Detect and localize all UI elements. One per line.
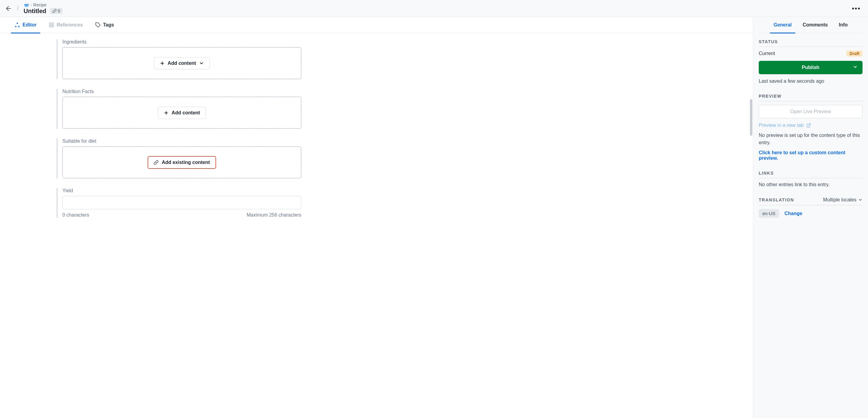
yield-input[interactable] — [62, 196, 301, 209]
side-tab-info[interactable]: Info — [839, 17, 847, 33]
preview-heading: PREVIEW — [759, 94, 863, 101]
max-chars: Maximum 256 characters — [247, 212, 301, 218]
field-label-diet: Suitable for diet — [62, 138, 301, 144]
link-icon — [154, 160, 159, 165]
sidebar-tabs: General Comments Info — [759, 17, 863, 33]
field-ingredients: Ingredients Add content — [57, 39, 301, 79]
hierarchy-icon — [14, 22, 20, 28]
link-icon — [52, 9, 57, 13]
field-nutrition: Nutrition Facts Add content — [57, 89, 301, 129]
yield-helper: 0 characters Maximum 256 characters — [62, 212, 301, 218]
chevron-down-icon — [199, 61, 204, 66]
add-content-button-nutrition[interactable]: Add content — [158, 107, 206, 119]
tab-tags-label: Tags — [103, 22, 114, 28]
side-tab-general[interactable]: General — [774, 17, 792, 33]
tab-editor[interactable]: Editor — [14, 17, 36, 33]
svg-point-3 — [18, 26, 20, 27]
add-content-button-ingredients[interactable]: Add content — [154, 57, 210, 69]
change-locale-link[interactable]: Change — [785, 211, 803, 216]
svg-point-1 — [17, 23, 18, 24]
publish-button[interactable]: Publish — [759, 61, 863, 74]
main-tabs: Editor References Tags — [0, 17, 753, 33]
svg-rect-4 — [49, 23, 51, 24]
field-label-yield: Yield — [62, 188, 301, 193]
translation-mode-toggle[interactable]: Multiple locales — [823, 197, 863, 203]
status-heading: STATUS — [759, 39, 863, 47]
breadcrumb: 🥣 - Recipe — [24, 2, 63, 7]
tab-references[interactable]: References — [49, 17, 83, 33]
status-current-label: Current — [759, 51, 775, 56]
side-tab-comments[interactable]: Comments — [803, 17, 828, 33]
preview-note: No preview is set up for the content typ… — [759, 132, 863, 146]
ingredients-dropzone: Add content — [62, 47, 301, 79]
section-status: STATUS Current Draft Publish Last saved … — [759, 33, 863, 88]
content-row: Editor References Tags Ingredients Add c… — [0, 17, 868, 418]
chevron-down-icon — [853, 64, 858, 71]
add-content-label: Add content — [168, 61, 196, 66]
locale-row: en-US Change — [759, 209, 863, 218]
title-line: Untitled 0 — [24, 8, 63, 14]
last-saved-text: Last saved a few seconds ago — [759, 78, 863, 84]
section-preview: PREVIEW Open Live Preview Preview in a n… — [759, 88, 863, 165]
svg-point-2 — [15, 26, 17, 27]
tab-references-label: References — [57, 22, 83, 28]
translation-header: TRANSLATION Multiple locales — [759, 197, 863, 205]
breadcrumb-separator: / — [17, 5, 19, 12]
status-badge: Draft — [846, 51, 863, 57]
tab-tags[interactable]: Tags — [95, 17, 114, 33]
sidebar: General Comments Info STATUS Current Dra… — [753, 17, 868, 418]
translation-mode-label: Multiple locales — [823, 197, 857, 203]
links-heading: LINKS — [759, 171, 863, 178]
diet-dropzone: Add existing content — [62, 146, 301, 178]
page-title: Untitled — [24, 8, 46, 14]
svg-line-13 — [808, 124, 810, 126]
references-icon — [49, 22, 54, 28]
recipe-icon: 🥣 — [24, 2, 29, 7]
translation-heading: TRANSLATION — [759, 197, 794, 202]
char-count: 0 characters — [62, 212, 89, 218]
svg-rect-6 — [52, 26, 54, 27]
field-diet: Suitable for diet Add existing content — [57, 138, 301, 178]
more-menu-button[interactable]: ••• — [849, 5, 863, 12]
back-arrow-icon[interactable] — [5, 5, 12, 12]
content-type-label: - Recipe — [31, 2, 46, 7]
plus-icon — [164, 110, 168, 115]
field-label-nutrition: Nutrition Facts — [62, 89, 301, 94]
field-yield: Yield 0 characters Maximum 256 character… — [57, 188, 301, 218]
status-row: Current Draft — [759, 51, 863, 57]
main-column: Editor References Tags Ingredients Add c… — [0, 17, 753, 418]
link-count-badge[interactable]: 0 — [50, 8, 63, 14]
add-content-label: Add content — [172, 110, 200, 116]
plus-icon — [160, 61, 165, 66]
publish-label: Publish — [759, 65, 863, 70]
preview-new-tab-link[interactable]: Preview in a new tab — [759, 123, 863, 128]
title-wrap: 🥣 - Recipe Untitled 0 — [24, 2, 63, 14]
links-text: No other entries link to this entry. — [759, 182, 863, 187]
tab-editor-label: Editor — [23, 22, 36, 28]
setup-preview-link[interactable]: Click here to set up a custom content pr… — [759, 150, 863, 161]
external-link-icon — [806, 123, 811, 128]
field-label-ingredients: Ingredients — [62, 39, 301, 45]
nutrition-dropzone: Add content — [62, 97, 301, 129]
add-existing-label: Add existing content — [162, 160, 210, 165]
locale-chip: en-US — [759, 209, 779, 218]
add-existing-content-button[interactable]: Add existing content — [148, 156, 216, 169]
link-count-value: 0 — [58, 8, 60, 13]
section-links: LINKS No other entries link to this entr… — [759, 165, 863, 191]
open-live-preview-button[interactable]: Open Live Preview — [759, 105, 863, 118]
svg-rect-5 — [52, 23, 54, 24]
scrollbar-thumb[interactable] — [750, 99, 752, 136]
section-translation: TRANSLATION Multiple locales en-US Chang… — [759, 191, 863, 222]
tag-icon — [95, 22, 101, 28]
editor-body: Ingredients Add content Nutrition Facts … — [0, 33, 301, 237]
topbar: / 🥣 - Recipe Untitled 0 ••• — [0, 0, 868, 17]
preview-new-tab-label: Preview in a new tab — [759, 123, 804, 128]
svg-rect-7 — [49, 26, 51, 27]
chevron-down-icon — [858, 198, 863, 202]
